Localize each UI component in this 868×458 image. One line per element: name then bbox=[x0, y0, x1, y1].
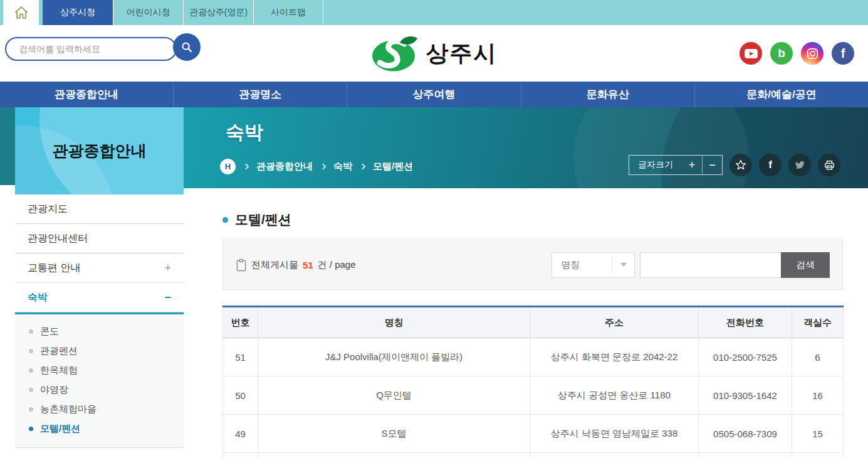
sidebar-menu: 관광지도 관광안내센터 교통편 안내 + 숙박 − 콘도 관광펜션 한옥체험 bbox=[15, 194, 184, 448]
utility-bar: 상주시청 어린이시청 관광상주(영문) 사이트맵 bbox=[0, 0, 868, 25]
breadcrumb-item[interactable]: 관광종합안내 bbox=[256, 161, 313, 173]
sidebar-item-tour-map[interactable]: 관광지도 bbox=[15, 194, 184, 224]
facebook-icon[interactable]: f bbox=[832, 42, 854, 65]
chevron-down-icon bbox=[620, 263, 627, 267]
submenu-item-farm-village[interactable]: 농촌체험마을 bbox=[15, 400, 184, 419]
share-facebook-button[interactable]: f bbox=[759, 154, 782, 176]
chevron-right-icon bbox=[360, 164, 366, 170]
sidebar-item-label: 교통편 안내 bbox=[28, 262, 80, 275]
submenu-item-label: 농촌체험마을 bbox=[40, 403, 97, 415]
submenu-item-hanok[interactable]: 한옥체험 bbox=[15, 361, 184, 380]
home-button[interactable] bbox=[3, 0, 39, 25]
instagram-camera-icon bbox=[806, 47, 819, 60]
sidebar-header: 관광종합안내 bbox=[15, 107, 184, 194]
cell-number: 49 bbox=[223, 415, 258, 453]
keyword-input[interactable] bbox=[640, 252, 781, 278]
table-header-row: 번호 명칭 주소 전화번호 객실수 bbox=[223, 307, 844, 338]
nav-item-culture-art[interactable]: 문화/예술/공연 bbox=[694, 82, 868, 107]
breadcrumb-item[interactable]: 숙박 bbox=[333, 161, 352, 173]
sidebar-item-info-center[interactable]: 관광안내센터 bbox=[15, 224, 184, 253]
table-row: 50 Q무인텔 상주시 공성면 웅산로 1180 010-9305-1642 1… bbox=[223, 376, 844, 415]
main-area: 관광종합안내 관광지도 관광안내센터 교통편 안내 + 숙박 − 콘도 관광펜션 bbox=[0, 107, 868, 458]
bullet-icon bbox=[29, 329, 33, 334]
font-increase-button[interactable]: + bbox=[682, 156, 702, 174]
section-heading: 모텔/펜션 bbox=[222, 211, 843, 228]
clipboard-icon bbox=[236, 258, 248, 272]
sidebar-item-transportation[interactable]: 교통편 안내 + bbox=[15, 253, 184, 283]
search-field-select[interactable]: 명칭 bbox=[552, 252, 635, 278]
cell-address bbox=[530, 453, 699, 458]
instagram-icon[interactable] bbox=[801, 42, 824, 65]
social-links: b f bbox=[740, 42, 854, 65]
nav-item-sangju-travel[interactable]: 상주여행 bbox=[347, 82, 520, 107]
col-header-name: 명칭 bbox=[258, 307, 530, 338]
main-navigation: 관광종합안내 관광명소 상주여행 문화유산 문화/예술/공연 bbox=[0, 82, 868, 107]
submenu-item-condo[interactable]: 콘도 bbox=[15, 322, 184, 341]
cell-number: 51 bbox=[223, 338, 258, 376]
board-search-button[interactable]: 검색 bbox=[781, 252, 830, 278]
nav-item-heritage[interactable]: 문화유산 bbox=[521, 82, 694, 107]
site-header: 상주시 b f bbox=[0, 25, 868, 82]
page-title: 숙박 bbox=[226, 120, 263, 146]
page-banner: 숙박 H 관광종합안내 숙박 모텔/펜션 글자크기 + − f bbox=[184, 107, 868, 188]
sidebar-item-label: 관광지도 bbox=[28, 203, 68, 216]
share-twitter-button[interactable] bbox=[788, 154, 811, 176]
site-logo[interactable]: 상주시 bbox=[371, 35, 498, 72]
font-decrease-button[interactable]: − bbox=[702, 156, 722, 174]
cell-phone bbox=[699, 453, 792, 458]
search-button[interactable] bbox=[173, 33, 201, 61]
submenu-item-camping[interactable]: 야영장 bbox=[15, 380, 184, 400]
topbar-tab-city-hall[interactable]: 상주시청 bbox=[43, 0, 113, 25]
breadcrumb-home[interactable]: H bbox=[220, 159, 236, 174]
cell-address: 상주시 낙동면 영남제일로 338 bbox=[530, 415, 699, 453]
col-header-phone: 전화번호 bbox=[699, 307, 792, 338]
favorite-button[interactable] bbox=[729, 154, 752, 176]
cell-name-link[interactable]: S모텔 bbox=[258, 415, 530, 453]
search-input[interactable] bbox=[19, 44, 144, 54]
cell-phone: 010-2500-7525 bbox=[699, 338, 792, 376]
expand-icon: + bbox=[164, 262, 171, 275]
topbar-tab-children[interactable]: 어린이시청 bbox=[113, 0, 183, 25]
selected-field-value: 명칭 bbox=[552, 259, 612, 271]
cell-name-link[interactable]: J&J Poolvilla(제이앤제이 풀빌라) bbox=[258, 338, 530, 376]
sidebar-item-label: 관광안내센터 bbox=[28, 232, 88, 245]
font-size-control: 글자크기 + − bbox=[629, 155, 723, 175]
bullet-icon bbox=[29, 388, 33, 392]
table-row: 51 J&J Poolvilla(제이앤제이 풀빌라) 상주시 화북면 문장로 … bbox=[223, 338, 844, 376]
submenu-item-label: 콘도 bbox=[40, 326, 59, 338]
submenu-item-label: 관광펜션 bbox=[40, 345, 78, 357]
nav-item-tour-info[interactable]: 관광종합안내 bbox=[0, 82, 173, 107]
star-icon bbox=[735, 159, 747, 171]
cell-rooms: 15 bbox=[792, 415, 844, 453]
collapse-icon: − bbox=[164, 291, 171, 304]
lodging-table: 번호 명칭 주소 전화번호 객실수 51 J&J Poolvilla(제이앤제이… bbox=[222, 306, 844, 458]
cell-phone: 010-9305-1642 bbox=[699, 376, 792, 415]
cell-name-link[interactable]: Q무인텔 bbox=[258, 376, 530, 415]
submenu-item-motel-pension[interactable]: 모텔/펜션 bbox=[15, 419, 184, 439]
submenu-item-label: 한옥체험 bbox=[40, 365, 78, 376]
chevron-right-icon bbox=[243, 164, 249, 170]
logo-text: 상주시 bbox=[426, 38, 498, 69]
naver-blog-icon[interactable]: b bbox=[770, 42, 793, 65]
topbar-tab-english[interactable]: 관광상주(영문) bbox=[183, 0, 253, 25]
youtube-icon[interactable] bbox=[740, 42, 762, 65]
col-header-number: 번호 bbox=[223, 307, 258, 338]
cell-phone: 0505-068-7309 bbox=[699, 415, 792, 453]
sidebar-item-lodging[interactable]: 숙박 − bbox=[15, 283, 184, 312]
topbar-tab-sitemap[interactable]: 사이트맵 bbox=[253, 0, 323, 25]
submenu-item-pension[interactable]: 관광펜션 bbox=[15, 341, 184, 361]
breadcrumb-item[interactable]: 모텔/펜션 bbox=[373, 161, 413, 173]
nav-item-attractions[interactable]: 관광명소 bbox=[173, 82, 347, 107]
table-row-partial bbox=[223, 453, 844, 458]
header-search bbox=[5, 33, 201, 61]
chevron-right-icon bbox=[320, 164, 327, 170]
col-header-rooms: 객실수 bbox=[792, 307, 844, 338]
search-icon bbox=[180, 40, 194, 54]
bullet-icon bbox=[29, 349, 33, 353]
board-filter-bar: 전체게시물 51 건 / page 명칭 검색 bbox=[222, 240, 843, 290]
print-icon bbox=[824, 159, 835, 171]
facebook-icon: f bbox=[768, 159, 772, 171]
print-button[interactable] bbox=[818, 154, 840, 176]
cell-address: 상주시 화북면 문장로 2042-22 bbox=[530, 338, 699, 376]
sidebar-submenu: 콘도 관광펜션 한옥체험 야영장 농촌체험마을 모텔/펜션 bbox=[15, 312, 184, 448]
